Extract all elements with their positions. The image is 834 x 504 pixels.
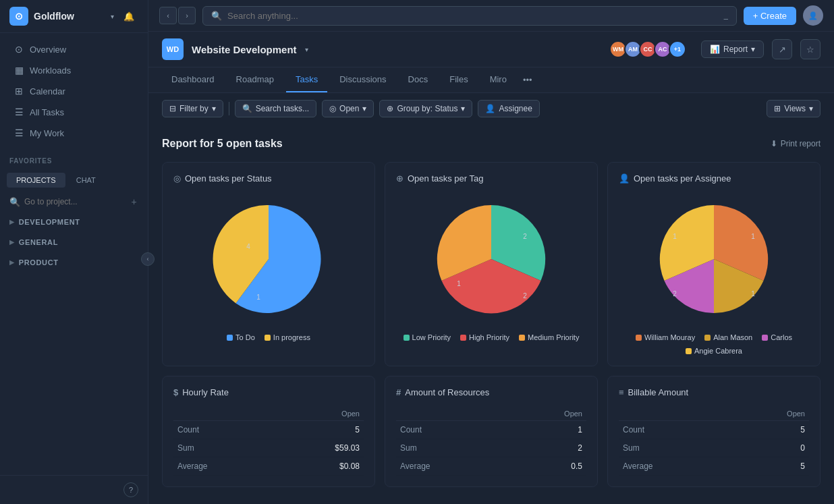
- report-content: Report for 5 open tasks ⬇ Print report ◎…: [148, 124, 834, 504]
- main-content: ‹ › 🔍 _ + Create 👤 WD Website Developmen…: [148, 0, 834, 504]
- tab-dashboard[interactable]: Dashboard: [162, 67, 224, 92]
- group-arrow-icon: ▶: [9, 239, 15, 246]
- filter-button[interactable]: ⊟ Filter by ▾: [162, 100, 223, 117]
- tab-files[interactable]: Files: [440, 67, 477, 92]
- tab-tasks[interactable]: Tasks: [286, 67, 327, 92]
- project-group-general: ▶ GENERAL: [0, 232, 148, 252]
- group-product-header[interactable]: ▶ PRODUCT: [0, 255, 148, 270]
- assignee-label: Assignee: [499, 104, 532, 113]
- sidebar-item-label: Workloads: [30, 65, 71, 76]
- report-chevron-icon: ▾: [751, 45, 755, 54]
- team-avatar-extra[interactable]: +1: [669, 40, 686, 58]
- help-button[interactable]: ?: [123, 482, 138, 497]
- legend-medium-label: Medium Priority: [528, 333, 579, 341]
- project-avatar: WD: [162, 38, 184, 60]
- svg-text:2: 2: [523, 233, 527, 240]
- row-sum-value: 0: [731, 439, 809, 457]
- chart-tag: ⊕ Open tasks per Tag: [385, 162, 598, 366]
- report-title: Report for 5 open tasks: [162, 138, 283, 150]
- hourly-rate-title: Hourly Rate: [182, 387, 229, 397]
- views-label: Views: [784, 104, 806, 113]
- sidebar-item-overview[interactable]: ⊙ Overview: [4, 39, 144, 59]
- row-avg-label: Average: [396, 457, 509, 476]
- row-sum-label: Sum: [396, 439, 509, 457]
- tab-chat[interactable]: CHAT: [67, 173, 105, 188]
- chart-status-icon: ◎: [173, 173, 181, 184]
- sidebar-tabs: PROJECTS CHAT: [0, 169, 148, 192]
- share-button[interactable]: ↗: [772, 39, 792, 59]
- chart-tag-icon: ⊕: [396, 173, 404, 184]
- legend-todo: To Do: [227, 333, 255, 341]
- legend-alan: Alan Mason: [704, 333, 752, 341]
- tab-miro[interactable]: Miro: [480, 67, 516, 92]
- user-avatar[interactable]: 👤: [803, 5, 823, 26]
- legend-low: Low Priority: [404, 333, 451, 341]
- chart-status-area: 4 1: [173, 192, 364, 327]
- assignee-button[interactable]: 👤 Assignee: [478, 100, 539, 117]
- legend-william: William Mouray: [636, 333, 695, 341]
- report-button[interactable]: 📊 Report ▾: [701, 40, 764, 58]
- groupby-button[interactable]: ⊕ Group by: Status ▾: [379, 100, 472, 117]
- group-label: PRODUCT: [19, 258, 59, 267]
- stat-hourly-rate-header: $ Hourly Rate: [173, 387, 364, 397]
- group-development-header[interactable]: ▶ DEVELOPMENT: [0, 215, 148, 229]
- status-filter-button[interactable]: ◎ Open ▾: [322, 100, 374, 117]
- print-report-button[interactable]: ⬇ Print report: [771, 139, 821, 148]
- tab-discussions[interactable]: Discussions: [330, 67, 395, 92]
- tab-more-button[interactable]: •••: [519, 68, 536, 92]
- chart-status-title: Open tasks per Status: [185, 173, 272, 184]
- favorites-section-label: FAVORITES: [0, 153, 148, 169]
- sidebar-item-all-tasks[interactable]: ☰ All Tasks: [4, 102, 144, 122]
- col-empty: [396, 407, 509, 421]
- nav-forward-button[interactable]: ›: [178, 7, 196, 24]
- table-row: Sum $59.03: [173, 439, 364, 457]
- chart-tag-area: 2 2 1: [396, 192, 586, 327]
- sidebar-item-my-work[interactable]: ☰ My Work: [4, 123, 144, 143]
- row-avg-value: 0.5: [509, 457, 586, 476]
- sidebar-item-label: Overview: [30, 45, 66, 55]
- project-name[interactable]: Website Development: [192, 44, 297, 55]
- search-shortcut: _: [724, 11, 728, 20]
- print-label: Print report: [781, 139, 821, 148]
- legend-low-dot: [404, 335, 410, 341]
- project-group-development: ▶ DEVELOPMENT: [0, 212, 148, 232]
- status-chevron-icon: ▾: [362, 104, 366, 113]
- tab-roadmap[interactable]: Roadmap: [227, 67, 283, 92]
- add-project-button[interactable]: +: [130, 196, 138, 208]
- nav-back-button[interactable]: ‹: [159, 7, 177, 24]
- chart-tag-header: ⊕ Open tasks per Tag: [396, 173, 586, 184]
- legend-high-dot: [460, 335, 466, 341]
- create-button[interactable]: + Create: [744, 7, 796, 25]
- sidebar-item-label: Calendar: [30, 86, 65, 96]
- workloads-icon: ▦: [13, 65, 24, 76]
- sidebar-item-workloads[interactable]: ▦ Workloads: [4, 60, 144, 80]
- favorite-button[interactable]: ☆: [800, 39, 821, 59]
- search-projects-input[interactable]: [24, 197, 126, 206]
- chart-assignee-title: Open tasks per Assignee: [634, 173, 731, 184]
- sidebar-item-label: My Work: [30, 128, 64, 138]
- sidebar-collapse-button[interactable]: ‹: [141, 252, 155, 266]
- chart-status: ◎ Open tasks per Status 4: [162, 162, 375, 366]
- search-tasks-button[interactable]: 🔍 Search tasks...: [235, 100, 316, 117]
- legend-alan-label: Alan Mason: [713, 333, 752, 341]
- sidebar-item-calendar[interactable]: ⊞ Calendar: [4, 81, 144, 101]
- app-chevron-icon[interactable]: ▾: [111, 13, 114, 20]
- tab-projects[interactable]: PROJECTS: [7, 173, 65, 188]
- views-button[interactable]: ⊞ Views ▾: [767, 100, 821, 117]
- table-row: Count 5: [619, 421, 809, 439]
- project-header: WD Website Development ▾ WM AM CC AC +1 …: [148, 32, 834, 67]
- group-label: GENERAL: [19, 238, 58, 246]
- billable-amount-table: Open Count 5 Sum 0: [619, 407, 809, 476]
- search-input[interactable]: [227, 11, 719, 21]
- project-tabs: Dashboard Roadmap Tasks Discussions Docs…: [148, 67, 834, 93]
- legend-inprogress: In progress: [265, 333, 310, 341]
- amount-resources-icon: #: [396, 387, 401, 397]
- calendar-icon: ⊞: [13, 86, 24, 96]
- sidebar-nav: ⊙ Overview ▦ Workloads ⊞ Calendar ☰ All …: [0, 33, 148, 149]
- task-toolbar: ⊟ Filter by ▾ 🔍 Search tasks... ◎ Open ▾…: [148, 93, 834, 124]
- row-sum-value: 2: [509, 439, 586, 457]
- group-general-header[interactable]: ▶ GENERAL: [0, 235, 148, 250]
- project-name-chevron-icon[interactable]: ▾: [305, 46, 308, 53]
- notifications-button[interactable]: 🔔: [119, 7, 138, 26]
- tab-docs[interactable]: Docs: [399, 67, 438, 92]
